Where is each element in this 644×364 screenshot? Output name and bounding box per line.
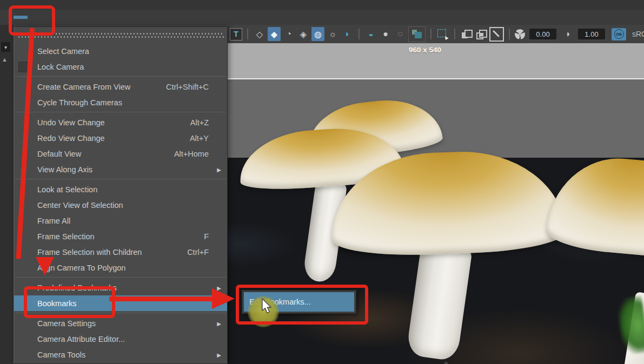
menu-item[interactable]: Frame Selection F (14, 228, 227, 244)
default-material-front-square (415, 32, 422, 38)
view-menu-dropdown: Select Camera Lock Camera Create Camera … (14, 26, 228, 364)
contrast-icon[interactable]: ◑ (561, 27, 574, 41)
submenu-arrow-icon: ▶ (217, 285, 221, 291)
menu-item-label: View Along Axis (37, 165, 209, 174)
toolbar-separator (358, 29, 360, 39)
menu-bar-item[interactable] (65, 16, 79, 19)
left-panel-edge: ▾ ▲ (0, 25, 14, 364)
left-strip-triangle-icon[interactable]: ▲ (2, 56, 8, 63)
menu-item[interactable]: Align Camera To Polygon (14, 260, 227, 275)
dashed-circle-icon[interactable]: ◌ (394, 27, 407, 41)
lighting-bulb-icon[interactable]: ☼ (326, 27, 339, 41)
isolate-select-add-icon[interactable] (475, 28, 488, 41)
resolution-gate-label: 960 x 540 (393, 46, 457, 54)
exposure-aperture-icon[interactable] (515, 29, 525, 39)
menu-bar-item[interactable] (48, 16, 62, 19)
toolbar-separator (430, 29, 431, 39)
menu-item-shortcut: Alt+Z (190, 118, 209, 127)
menu-item[interactable]: Camera Settings ▶ (14, 315, 227, 331)
maya-viewport-window: T ◇ ◆ ◔ ◈ ◍ ☼ ◗ ◒ ● ◌ ▲ (0, 0, 644, 364)
menu-item[interactable]: View Along Axis ▶ (14, 161, 227, 177)
default-material-icon[interactable] (408, 26, 426, 42)
material-ball-icon[interactable]: ◔ (282, 27, 295, 41)
menu-bar-item[interactable] (14, 16, 28, 19)
marquee-select-icon[interactable]: ▲ (436, 28, 449, 41)
menu-item-label: Redo View Change (37, 134, 190, 143)
menu-item[interactable]: Look at Selection (14, 181, 227, 197)
menu-separator (14, 75, 227, 79)
wireframe-mode-icon[interactable]: ◇ (253, 27, 266, 41)
menu-item[interactable]: Lock Camera (14, 59, 227, 75)
toolbar-separator (509, 29, 510, 39)
isolate-square-small (480, 33, 483, 36)
menu-bar-item[interactable] (83, 16, 97, 19)
menu-item[interactable]: Undo View Change Alt+Z (14, 114, 227, 130)
menu-tearoff-handle[interactable] (17, 32, 224, 39)
submenu-arrow-icon: ▶ (217, 320, 221, 326)
motion-blur-icon[interactable]: ● (379, 27, 392, 41)
toolbar-separator (454, 29, 455, 39)
menu-item-label: Lock Camera (37, 63, 209, 71)
menu-item-shortcut: F (204, 232, 209, 241)
menu-item[interactable]: Camera Attribute Editor... (14, 331, 227, 347)
menu-item[interactable]: Bookmarks ▶ (14, 295, 227, 311)
menu-item[interactable]: Frame All (14, 213, 227, 228)
exposure-field[interactable]: 0.00 (529, 29, 556, 39)
menu-item-label: Predefined Bookmarks (37, 284, 209, 292)
textured-ball-icon[interactable]: ◍ (311, 27, 324, 41)
menu-item-label: Center View of Selection (37, 201, 209, 210)
menu-item-label: Create Camera From View (37, 83, 166, 91)
menu-item-label: Select Camera (37, 47, 209, 56)
submenu-arrow-icon: ▶ (217, 300, 221, 306)
isolate-select-icon[interactable] (460, 28, 473, 41)
menu-item-label: Default View (37, 150, 174, 158)
text-tool-icon[interactable]: T (230, 28, 242, 41)
shaded-mode-icon[interactable]: ◆ (268, 27, 281, 41)
view-menu-items: Select Camera Lock Camera Create Camera … (14, 43, 227, 364)
on-toggle-label: ON (614, 29, 624, 39)
menu-item-label: Camera Attribute Editor... (37, 335, 209, 343)
menu-item-shortcut: Ctrl+Shift+C (166, 83, 209, 91)
menu-item[interactable]: Predefined Bookmarks ▶ (14, 280, 227, 295)
menu-item-label: Frame All (37, 217, 209, 225)
menu-item[interactable]: Redo View Change Alt+Y (14, 130, 227, 146)
menu-item-shortcut: Alt+Home (174, 150, 209, 158)
pick-pen-stroke (493, 30, 499, 37)
pick-tool-icon[interactable] (489, 27, 504, 42)
menu-item-label: Camera Tools (37, 350, 209, 359)
menu-bar-item[interactable] (31, 16, 45, 19)
mouse-cursor (262, 299, 274, 317)
toolbar-separator (247, 29, 248, 39)
submenu-arrow-icon: ▶ (217, 166, 221, 172)
checkbox[interactable] (18, 62, 29, 72)
menu-item-label: Look at Selection (37, 185, 209, 194)
menu-separator (14, 311, 227, 315)
menu-item[interactable]: Center View of Selection (14, 197, 227, 213)
menu-item[interactable]: Camera Tools ▶ (14, 347, 227, 362)
menu-separator (14, 177, 227, 181)
menu-item[interactable]: Create Camera From View Ctrl+Shift+C (14, 79, 227, 95)
title-bar (0, 0, 644, 10)
color-management-toggle[interactable]: ON (612, 28, 626, 41)
menu-item[interactable]: Default View Alt+Home (14, 146, 227, 161)
shadows-icon[interactable]: ◗ (341, 27, 354, 41)
menu-item-label: Align Camera To Polygon (37, 264, 209, 272)
cursor-arrow-icon (262, 299, 274, 315)
colorspace-dropdown[interactable]: sRGB (632, 30, 644, 38)
menu-item[interactable]: Select Camera (14, 43, 227, 59)
menu-item-shortcut: Ctrl+F (187, 248, 209, 257)
left-strip-arrow-icon[interactable]: ▾ (1, 42, 10, 52)
menu-item-label: Frame Selection (37, 232, 204, 241)
menu-separator (14, 275, 227, 280)
ambient-occlusion-icon[interactable]: ◒ (364, 27, 377, 41)
menu-item-label: Frame Selection with Children (37, 248, 187, 257)
menu-bar-item[interactable] (100, 16, 114, 19)
menu-separator (14, 110, 227, 114)
menu-item[interactable]: Frame Selection with Children Ctrl+F (14, 244, 227, 260)
menu-item[interactable]: Cycle Through Cameras (14, 95, 227, 110)
textured-mode-icon[interactable]: ◈ (297, 27, 310, 41)
menu-item-shortcut: Alt+Y (190, 134, 209, 143)
contrast-field[interactable]: 1.00 (578, 29, 605, 39)
isolate-square-outline (464, 30, 473, 38)
menu-item-label: Undo View Change (37, 118, 190, 127)
